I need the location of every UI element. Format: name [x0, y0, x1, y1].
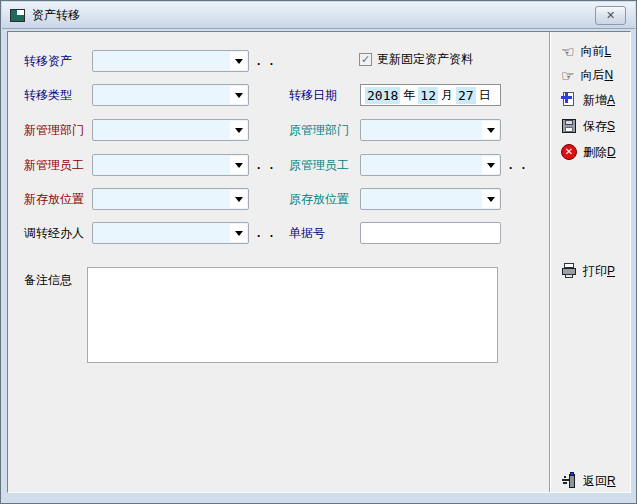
close-button[interactable]: ✕ [595, 6, 626, 25]
chevron-down-icon [230, 52, 247, 70]
new-dept-label: 新管理部门 [24, 119, 84, 141]
chevron-down-icon [230, 121, 247, 139]
backward-label: 向后 [580, 68, 604, 82]
hand-pointing-right-icon: ☞ [561, 68, 574, 83]
handler-combo[interactable] [92, 222, 249, 244]
backward-button[interactable]: ☞ 向后N [561, 64, 613, 86]
print-label: 打印 [583, 264, 607, 278]
forward-button[interactable]: ☜ 向前L [561, 40, 611, 62]
old-dept-combo[interactable] [360, 119, 501, 141]
red-cross-circle-icon: ✕ [561, 144, 577, 160]
old-location-label: 原存放位置 [289, 188, 349, 210]
remark-textarea[interactable] [87, 267, 498, 363]
chevron-down-icon [482, 121, 499, 139]
update-fixed-asset-label: 更新固定资产资料 [377, 51, 473, 68]
new-dept-combo[interactable] [92, 119, 249, 141]
form-panel: 转移资产 . . ✓ 更新固定资产资料 转移类型 转移日期 2018 年 12 … [7, 31, 631, 493]
add-button[interactable]: 新增A [561, 89, 615, 111]
transfer-asset-label: 转移资产 [24, 50, 72, 72]
old-dept-label: 原管理部门 [289, 119, 349, 141]
new-employee-combo[interactable] [92, 154, 249, 176]
transfer-asset-browse-button[interactable]: . . [257, 50, 276, 72]
transfer-date-input[interactable]: 2018 年 12 月 27 日 [360, 84, 501, 106]
return-label: 返回 [583, 474, 607, 488]
checkbox-check-icon: ✓ [359, 53, 372, 66]
window-form-icon [10, 9, 25, 22]
old-employee-label: 原管理员工 [289, 154, 349, 176]
date-month-value: 12 [418, 87, 438, 104]
date-day-unit: 日 [476, 86, 494, 105]
old-employee-combo[interactable] [360, 154, 501, 176]
document-plus-icon [561, 92, 577, 108]
forward-label: 向前 [580, 44, 604, 58]
handler-browse-button[interactable]: . . [257, 222, 276, 244]
delete-button[interactable]: ✕ 删除D [561, 141, 616, 163]
transfer-asset-combo[interactable] [92, 50, 249, 72]
print-button[interactable]: 打印P [561, 260, 615, 282]
handler-label: 调转经办人 [24, 222, 84, 244]
remark-label: 备注信息 [24, 269, 72, 291]
exit-door-icon [561, 473, 577, 489]
chevron-down-icon [230, 190, 247, 208]
date-year-value: 2018 [365, 87, 400, 104]
doc-no-input[interactable] [360, 222, 501, 244]
chevron-down-icon [482, 190, 499, 208]
save-button[interactable]: 保存S [561, 115, 615, 137]
chevron-down-icon [230, 224, 247, 242]
new-employee-label: 新管理员工 [24, 154, 84, 176]
date-day-value: 27 [456, 87, 476, 104]
save-label: 保存 [583, 119, 607, 133]
old-location-combo[interactable] [360, 188, 501, 210]
close-icon: ✕ [606, 9, 615, 22]
chevron-down-icon [230, 86, 247, 104]
printer-icon [561, 263, 577, 279]
asset-transfer-window: 资产转移 ✕ 转移资产 . . ✓ 更新固定资产资料 转移类型 转移日期 201… [0, 0, 637, 504]
button-sidebar: ☜ 向前L ☞ 向后N 新增A 保存S ✕ 删除D 打印P [551, 32, 630, 492]
date-year-unit: 年 [400, 86, 418, 105]
new-employee-browse-button[interactable]: . . [257, 154, 276, 176]
transfer-date-label: 转移日期 [289, 84, 337, 106]
update-fixed-asset-checkbox[interactable]: ✓ 更新固定资产资料 [359, 51, 473, 68]
doc-no-label: 单据号 [289, 222, 325, 244]
chevron-down-icon [230, 156, 247, 174]
delete-label: 删除 [583, 145, 607, 159]
old-employee-browse-button[interactable]: . . [509, 154, 528, 176]
window-title: 资产转移 [32, 7, 80, 24]
hand-pointing-left-icon: ☜ [561, 44, 574, 59]
date-month-unit: 月 [438, 86, 456, 105]
new-location-combo[interactable] [92, 188, 249, 210]
floppy-disk-icon [561, 118, 577, 134]
transfer-type-label: 转移类型 [24, 84, 72, 106]
chevron-down-icon [482, 156, 499, 174]
transfer-type-combo[interactable] [92, 84, 249, 106]
return-button[interactable]: 返回R [561, 470, 616, 492]
add-label: 新增 [583, 93, 607, 107]
new-location-label: 新存放位置 [24, 188, 84, 210]
title-bar: 资产转移 [2, 2, 635, 29]
